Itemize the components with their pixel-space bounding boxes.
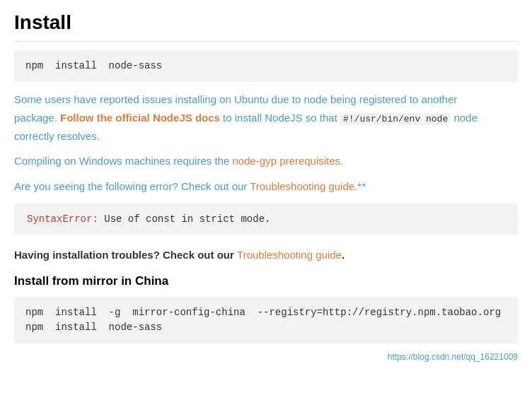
page-title: Install	[14, 11, 518, 42]
windows-notice: Compiling on Windows machines requires t…	[14, 152, 518, 170]
watermark-text: https://blog.csdn.net/qq_16221009	[14, 352, 518, 362]
installation-trouble-period: .	[342, 249, 345, 261]
error-notice: Are you seeing the following error? Chec…	[14, 177, 518, 196]
syntax-error-body: Use of const in strict mode.	[98, 213, 271, 225]
ubuntu-notice-node: node	[303, 93, 330, 105]
shebang-code: #!/usr/bin/env node	[340, 113, 451, 125]
windows-notice-text: Compiling on Windows machines requires t…	[14, 155, 232, 167]
installation-trouble-text: Having installation troubles? Check out …	[14, 246, 518, 264]
install-code-block: npm install node-sass	[14, 50, 518, 82]
troubleshooting-link-2[interactable]: Troubleshooting guide	[237, 249, 342, 261]
mirror-heading: Install from mirror in China	[14, 274, 518, 288]
syntax-error-block: SyntaxError: Use of const in strict mode…	[14, 204, 518, 235]
ubuntu-notice: Some users have reported issues installi…	[14, 90, 518, 145]
error-notice-text: Are you seeing the following error? Chec…	[14, 180, 250, 192]
ubuntu-notice-text1: Some users have reported issues installi…	[14, 93, 303, 105]
mirror-code-block: npm install -g mirror-config-china --reg…	[14, 297, 518, 343]
node-gyp-link[interactable]: node-gyp prerequisites.	[232, 155, 343, 167]
troubleshooting-link-1[interactable]: Troubleshooting guide	[250, 180, 354, 192]
nodejs-docs-link[interactable]: Follow the official NodeJS docs	[60, 112, 220, 124]
installation-trouble-bold: Having installation troubles? Check out …	[14, 249, 237, 261]
syntax-error-label: SyntaxError:	[27, 213, 98, 225]
error-notice-suffix: .**	[354, 180, 366, 192]
ubuntu-notice-text3: to install NodeJS so that	[220, 112, 340, 124]
